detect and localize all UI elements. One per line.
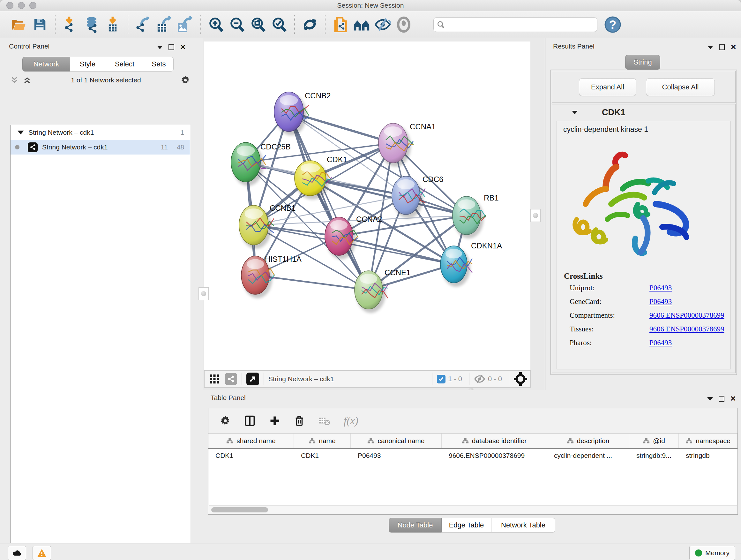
scrollbar-thumb[interactable]: [211, 507, 268, 512]
node-CCNA2[interactable]: CCNA2: [325, 215, 382, 259]
cell-sharedname[interactable]: CDK1: [208, 452, 294, 459]
crosslink-link[interactable]: P06493: [650, 298, 672, 306]
export-image-icon[interactable]: [177, 16, 194, 33]
open-session-icon[interactable]: [10, 16, 27, 33]
crosslink-link[interactable]: P06493: [650, 284, 672, 292]
cell-databaseidentifier[interactable]: 9606.ENSP00000378699: [442, 452, 547, 459]
column-header-canonicalname[interactable]: canonical name: [351, 434, 442, 448]
collapse-all-icon[interactable]: [10, 76, 18, 84]
results-panel-close-icon[interactable]: ✕: [731, 44, 736, 51]
column-header-label: database identifier: [472, 437, 527, 445]
table-panel-float-icon[interactable]: [719, 396, 724, 401]
table-tab-network-table[interactable]: Network Table: [491, 518, 555, 533]
zoom-in-icon[interactable]: [208, 16, 224, 33]
column-header-id[interactable]: @id: [629, 434, 679, 448]
cell-description[interactable]: cyclin-dependent ...: [547, 452, 629, 459]
detach-view-icon[interactable]: [246, 373, 259, 385]
selected-checkbox-icon[interactable]: [437, 375, 446, 383]
cell-namespace[interactable]: stringdb: [679, 452, 738, 459]
collapse-all-button[interactable]: Collapse All: [646, 78, 715, 96]
crosslink-link[interactable]: 9606.ENSP00000378699: [650, 325, 724, 333]
control-tab-sets[interactable]: Sets: [144, 57, 174, 71]
cell-id[interactable]: stringdb:9...: [629, 452, 679, 459]
network-badge-icon[interactable]: [225, 373, 237, 385]
node-CDK1[interactable]: CDK1: [294, 155, 347, 199]
cell-canonicalname[interactable]: P06493: [351, 452, 442, 459]
table-panel-close-icon[interactable]: ✕: [730, 395, 736, 402]
crosslink-link[interactable]: P06493: [650, 339, 672, 347]
hide-selected-icon[interactable]: [374, 16, 391, 33]
left-splitter-handle[interactable]: [199, 287, 209, 300]
first-neighbors-icon[interactable]: [353, 16, 370, 33]
network-view[interactable]: CCNB2CCNA1CDC25BCDK1CDC6RB1CCNB1CCNA2CDK…: [204, 42, 530, 370]
collection-expander-icon[interactable]: [17, 131, 24, 134]
results-panel-float-icon[interactable]: [719, 44, 725, 50]
node-CCNB1[interactable]: CCNB1: [239, 204, 295, 249]
import-network-file-icon[interactable]: [62, 16, 79, 33]
column-header-sharedname[interactable]: shared name: [208, 434, 294, 448]
apply-layout-icon[interactable]: [301, 16, 318, 33]
import-table-icon[interactable]: [105, 16, 121, 33]
table-panel-menu-icon[interactable]: [707, 397, 713, 401]
column-header-namespace[interactable]: namespace: [679, 434, 738, 448]
node-CCNA1[interactable]: CCNA1: [379, 122, 435, 167]
crosslink-link[interactable]: 9606.ENSP00000378699: [650, 311, 724, 320]
cell-name[interactable]: CDK1: [294, 452, 351, 459]
cloud-status-button[interactable]: [8, 546, 26, 560]
show-all-icon[interactable]: [395, 16, 412, 33]
network-row-selected[interactable]: String Network – cdk1 11 48: [10, 140, 190, 154]
column-header-name[interactable]: name: [294, 434, 351, 448]
table-options-gear-icon[interactable]: [220, 415, 231, 426]
table-row[interactable]: CDK1CDK1P064939606.ENSP00000378699cyclin…: [208, 449, 738, 462]
column-type-icon: [309, 437, 316, 444]
column-header-databaseidentifier[interactable]: database identifier: [442, 434, 547, 448]
expand-all-icon[interactable]: [23, 76, 31, 84]
control-panel-menu-icon[interactable]: [157, 46, 163, 49]
zoom-fit-icon[interactable]: [250, 16, 266, 33]
export-network-icon[interactable]: [135, 16, 151, 33]
search-input[interactable]: [447, 20, 594, 28]
export-table-icon[interactable]: [156, 16, 173, 33]
table-horizontal-scrollbar[interactable]: [209, 505, 737, 514]
grid-view-icon[interactable]: [209, 374, 220, 384]
control-panel-close-icon[interactable]: ✕: [180, 44, 186, 51]
node-HIST1H1A[interactable]: HIST1H1A: [241, 255, 301, 298]
right-splitter-handle[interactable]: [530, 209, 541, 222]
node-CDKN1A[interactable]: CDKN1A: [441, 241, 502, 287]
help-icon[interactable]: ?: [604, 16, 621, 33]
gene-description: cyclin-dependent kinase 1: [563, 125, 731, 134]
table-tab-node-table[interactable]: Node Table: [389, 518, 442, 533]
node-CCNE1[interactable]: CCNE1: [354, 268, 410, 313]
control-tab-network[interactable]: Network: [22, 57, 70, 71]
control-tab-select[interactable]: Select: [105, 57, 144, 71]
create-column-icon[interactable]: [269, 415, 280, 427]
gene-section-expander-icon[interactable]: [572, 111, 578, 114]
birds-eye-crosshair-icon[interactable]: [514, 372, 527, 386]
memory-button[interactable]: Memory: [689, 546, 735, 560]
import-network-database-icon[interactable]: [83, 16, 100, 33]
expand-all-button[interactable]: Expand All: [579, 78, 636, 96]
results-tab-string[interactable]: String: [625, 55, 660, 70]
control-panel-float-icon[interactable]: [169, 44, 174, 50]
network-collection-row[interactable]: String Network – cdk1 1: [10, 125, 190, 140]
node-RB1[interactable]: RB1: [453, 193, 499, 239]
node-CDC25B[interactable]: CDC25B: [231, 142, 291, 186]
crosslink-row: Uniprot:P06493: [569, 284, 731, 292]
results-panel-menu-icon[interactable]: [708, 46, 713, 49]
new-network-from-selection-icon[interactable]: [332, 16, 349, 33]
column-header-description[interactable]: description: [547, 434, 629, 448]
node-label-CCNE1: CCNE1: [385, 268, 410, 277]
warnings-button[interactable]: [32, 546, 51, 560]
zoom-selected-icon[interactable]: [271, 16, 287, 33]
control-tab-style[interactable]: Style: [70, 57, 105, 71]
search-box[interactable]: [433, 17, 597, 32]
table-tab-edge-table[interactable]: Edge Table: [442, 518, 491, 533]
network-options-gear-icon[interactable]: [181, 75, 190, 85]
node-CDC6[interactable]: CDC6: [392, 175, 443, 219]
show-columns-icon[interactable]: [244, 415, 256, 427]
save-session-icon[interactable]: [31, 16, 48, 33]
network-graph[interactable]: CCNB2CCNA1CDC25BCDK1CDC6RB1CCNB1CCNA2CDK…: [204, 42, 530, 370]
delete-column-icon[interactable]: [294, 415, 305, 426]
zoom-out-icon[interactable]: [229, 16, 246, 33]
node-CCNB2[interactable]: CCNB2: [274, 91, 331, 135]
